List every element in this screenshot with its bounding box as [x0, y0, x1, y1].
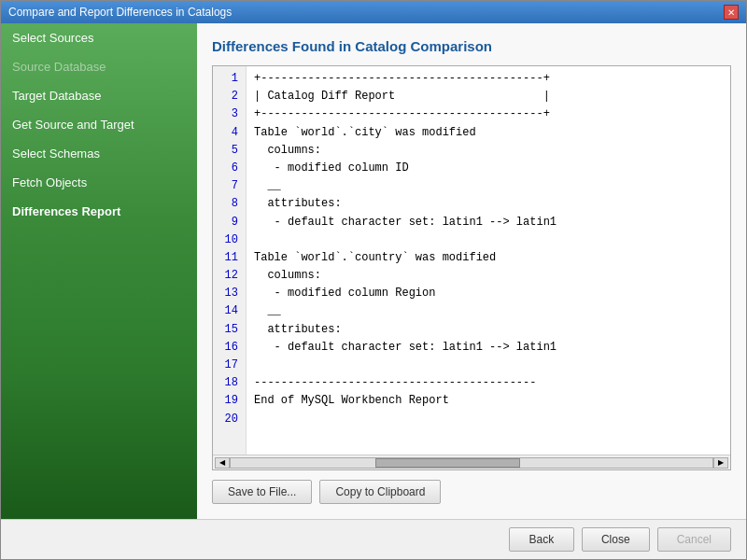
main-panel: Differences Found in Catalog Comparison …: [197, 23, 746, 519]
horizontal-scrollbar[interactable]: [230, 457, 713, 469]
window-title: Compare and Report Differences in Catalo…: [8, 6, 232, 19]
save-to-file-button[interactable]: Save to File...: [212, 480, 312, 504]
close-icon[interactable]: ✕: [724, 5, 739, 20]
content-area: Select Sources Source Database Target Da…: [1, 23, 746, 519]
report-container: 1234567891011121314151617181920 +-------…: [212, 65, 731, 470]
sidebar-item-get-source-target[interactable]: Get Source and Target: [1, 110, 197, 139]
bottom-bar: Back Close Cancel: [1, 519, 746, 559]
back-button[interactable]: Back: [509, 527, 574, 552]
sidebar: Select Sources Source Database Target Da…: [1, 23, 197, 519]
sidebar-item-select-schemas[interactable]: Select Schemas: [1, 139, 197, 168]
scrollbar-thumb[interactable]: [375, 458, 520, 468]
code-content: +---------------------------------------…: [247, 66, 730, 455]
sidebar-item-fetch-objects[interactable]: Fetch Objects: [1, 168, 197, 197]
line-numbers: 1234567891011121314151617181920: [213, 66, 247, 455]
sidebar-item-source-database: Source Database: [1, 52, 197, 81]
panel-title: Differences Found in Catalog Comparison: [212, 38, 731, 54]
scroll-right-arrow[interactable]: ▶: [713, 457, 728, 469]
sidebar-item-differences-report[interactable]: Differences Report: [1, 197, 197, 226]
report-button-row: Save to File... Copy to Clipboard: [212, 480, 731, 504]
horizontal-scrollbar-area: ◀ ▶: [213, 455, 730, 469]
copy-to-clipboard-button[interactable]: Copy to Clipboard: [319, 480, 441, 504]
titlebar: Compare and Report Differences in Catalo…: [1, 1, 746, 23]
close-button[interactable]: Close: [582, 527, 650, 552]
report-content[interactable]: 1234567891011121314151617181920 +-------…: [213, 66, 730, 455]
sidebar-item-target-database[interactable]: Target Database: [1, 81, 197, 110]
sidebar-item-select-sources[interactable]: Select Sources: [1, 23, 197, 52]
scroll-left-arrow[interactable]: ◀: [215, 457, 230, 469]
main-window: Compare and Report Differences in Catalo…: [0, 0, 747, 560]
cancel-button[interactable]: Cancel: [657, 527, 731, 552]
